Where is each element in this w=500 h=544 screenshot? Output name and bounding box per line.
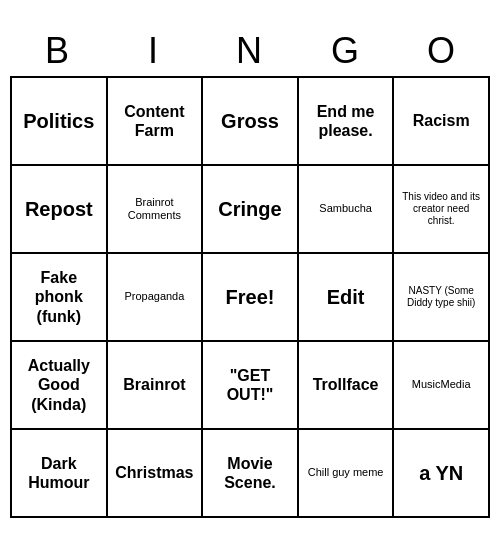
cell-9[interactable]: This video and its creator need christ. <box>394 166 490 254</box>
cell-0[interactable]: Politics <box>12 78 108 166</box>
cell-text-0: Politics <box>23 109 94 133</box>
cell-text-7: Cringe <box>218 197 281 221</box>
cell-text-2: Gross <box>221 109 279 133</box>
cell-text-11: Propaganda <box>124 290 184 303</box>
cell-text-20: Dark Humour <box>17 454 101 492</box>
cell-23[interactable]: Chill guy meme <box>299 430 395 518</box>
cell-text-8: Sambucha <box>319 202 372 215</box>
cell-text-18: Trollface <box>313 375 379 394</box>
cell-text-17: "GET OUT!" <box>208 366 292 404</box>
cell-5[interactable]: Repost <box>12 166 108 254</box>
cell-20[interactable]: Dark Humour <box>12 430 108 518</box>
cell-text-23: Chill guy meme <box>308 466 384 479</box>
cell-11[interactable]: Propaganda <box>108 254 204 342</box>
cell-text-24: a YN <box>419 461 463 485</box>
cell-1[interactable]: Content Farm <box>108 78 204 166</box>
bingo-grid: PoliticsContent FarmGrossEnd me please.R… <box>10 76 490 518</box>
cell-3[interactable]: End me please. <box>299 78 395 166</box>
cell-text-15: Actually Good (Kinda) <box>17 356 101 414</box>
cell-17[interactable]: "GET OUT!" <box>203 342 299 430</box>
cell-22[interactable]: Movie Scene. <box>203 430 299 518</box>
cell-15[interactable]: Actually Good (Kinda) <box>12 342 108 430</box>
cell-text-21: Christmas <box>115 463 193 482</box>
cell-7[interactable]: Cringe <box>203 166 299 254</box>
cell-text-13: Edit <box>327 285 365 309</box>
cell-text-14: NASTY (Some Diddy type shii) <box>399 285 483 309</box>
cell-19[interactable]: MusicMedia <box>394 342 490 430</box>
cell-24[interactable]: a YN <box>394 430 490 518</box>
cell-text-5: Repost <box>25 197 93 221</box>
cell-text-1: Content Farm <box>113 102 197 140</box>
cell-13[interactable]: Edit <box>299 254 395 342</box>
cell-text-3: End me please. <box>304 102 388 140</box>
cell-8[interactable]: Sambucha <box>299 166 395 254</box>
header-i: I <box>106 26 202 76</box>
cell-text-16: Brainrot <box>123 375 185 394</box>
cell-text-22: Movie Scene. <box>208 454 292 492</box>
cell-2[interactable]: Gross <box>203 78 299 166</box>
cell-10[interactable]: Fake phonk (funk) <box>12 254 108 342</box>
cell-16[interactable]: Brainrot <box>108 342 204 430</box>
cell-18[interactable]: Trollface <box>299 342 395 430</box>
cell-12[interactable]: Free! <box>203 254 299 342</box>
cell-21[interactable]: Christmas <box>108 430 204 518</box>
header-b: B <box>10 26 106 76</box>
cell-text-6: Brainrot Comments <box>113 196 197 222</box>
cell-text-9: This video and its creator need christ. <box>399 191 483 227</box>
cell-text-4: Racism <box>413 111 470 130</box>
header-n: N <box>202 26 298 76</box>
bingo-header: B I N G O <box>10 26 490 76</box>
cell-4[interactable]: Racism <box>394 78 490 166</box>
cell-6[interactable]: Brainrot Comments <box>108 166 204 254</box>
cell-text-19: MusicMedia <box>412 378 471 391</box>
header-g: G <box>298 26 394 76</box>
cell-text-12: Free! <box>226 285 275 309</box>
cell-14[interactable]: NASTY (Some Diddy type shii) <box>394 254 490 342</box>
bingo-card: B I N G O PoliticsContent FarmGrossEnd m… <box>10 26 490 518</box>
cell-text-10: Fake phonk (funk) <box>17 268 101 326</box>
header-o: O <box>394 26 490 76</box>
